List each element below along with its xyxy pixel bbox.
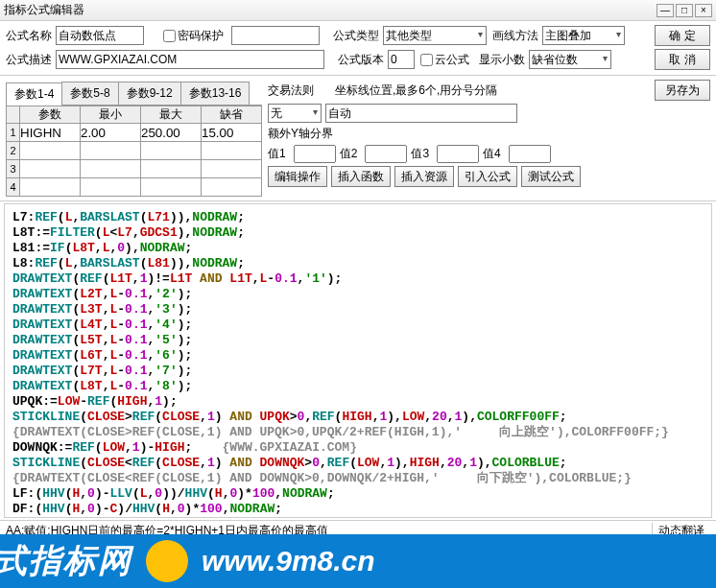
type-select[interactable]: 其他类型 (383, 26, 487, 45)
cell-input[interactable] (81, 124, 140, 141)
password-checkbox[interactable] (163, 30, 176, 42)
ver-label: 公式版本 (338, 52, 384, 68)
banner-zh: 式指标网 (0, 539, 132, 583)
type-label: 公式类型 (333, 28, 379, 44)
val2-input[interactable] (365, 145, 407, 163)
import-formula-button[interactable]: 引入公式 (458, 166, 517, 187)
banner-url: www.9m8.cn (202, 545, 375, 577)
password-input[interactable] (231, 26, 320, 45)
th-param: 参数 (20, 106, 81, 124)
ver-input[interactable] (388, 50, 415, 69)
lower-area: 参数1-4 参数5-8 参数9-12 参数13-16 参数 最小 最大 缺省 1… (0, 76, 716, 201)
table-row: 1 (7, 124, 262, 142)
dec-label: 显示小数 (479, 52, 525, 68)
cell-input[interactable] (141, 142, 201, 159)
cancel-button[interactable]: 取 消 (655, 49, 710, 70)
cell-input[interactable] (81, 178, 140, 196)
param-table: 参数 最小 最大 缺省 1 2 3 4 (6, 106, 262, 197)
val4-input[interactable] (509, 145, 551, 163)
minimize-button[interactable]: — (656, 4, 674, 17)
tab-params-5-8[interactable]: 参数5-8 (61, 82, 118, 105)
left-col: 参数1-4 参数5-8 参数9-12 参数13-16 参数 最小 最大 缺省 1… (6, 80, 262, 197)
insert-res-button[interactable]: 插入资源 (394, 166, 454, 187)
val3-input[interactable] (437, 145, 479, 163)
name-input[interactable] (56, 26, 144, 45)
form-area: 公式名称 密码保护 公式类型 其他类型 画线方法 主图叠加 确 定 公式描述 公… (0, 21, 716, 76)
cell-input[interactable] (141, 178, 201, 196)
table-row: 4 (7, 178, 262, 197)
val3-label: 值3 (411, 146, 429, 162)
saveas-button[interactable]: 另存为 (655, 80, 710, 101)
cell-input[interactable] (81, 142, 140, 159)
cell-input[interactable] (20, 160, 80, 177)
edit-ops-button[interactable]: 编辑操作 (268, 166, 327, 187)
window-buttons: — □ × (656, 4, 712, 17)
insert-func-button[interactable]: 插入函数 (331, 166, 391, 187)
cell-input[interactable] (81, 160, 140, 177)
cell-input[interactable] (202, 160, 261, 177)
cloud-label: 云公式 (435, 52, 469, 68)
window-title: 指标公式编辑器 (4, 2, 656, 18)
desc-label: 公式描述 (6, 52, 52, 68)
cloud-checkbox[interactable] (420, 54, 433, 66)
extra-y-label: 额外Y轴分界 (268, 126, 333, 142)
tab-params-13-16[interactable]: 参数13-16 (180, 82, 251, 105)
cell-input[interactable] (202, 142, 261, 159)
code-editor[interactable]: L7:REF(L,BARSLAST(L71)),NODRAW; L8T:=FIL… (4, 203, 712, 518)
cell-input[interactable] (20, 178, 80, 196)
desc-input[interactable] (56, 50, 324, 69)
coord-label: 坐标线位置,最多6个,用分号分隔 (335, 82, 497, 99)
val2-label: 值2 (340, 146, 358, 162)
test-formula-button[interactable]: 测试公式 (521, 166, 581, 187)
trade-label: 交易法则 (268, 82, 314, 99)
draw-select[interactable]: 主图叠加 (542, 26, 625, 45)
th-max: 最大 (141, 106, 202, 124)
maximize-button[interactable]: □ (676, 4, 693, 17)
val1-input[interactable] (294, 145, 336, 163)
toolbar: 编辑操作 插入函数 插入资源 引入公式 测试公式 (268, 166, 710, 187)
banner: 式指标网 www.9m8.cn (0, 534, 716, 588)
draw-label: 画线方法 (492, 28, 538, 44)
cell-input[interactable] (202, 124, 261, 141)
tab-params-9-12[interactable]: 参数9-12 (118, 82, 181, 105)
banner-logo-icon (146, 540, 188, 582)
val4-label: 值4 (483, 146, 501, 162)
val1-label: 值1 (268, 146, 286, 162)
cell-input[interactable] (141, 124, 201, 141)
table-row: 3 (7, 160, 262, 178)
titlebar: 指标公式编辑器 — □ × (0, 0, 716, 21)
right-col: 交易法则 坐标线位置,最多6个,用分号分隔 另存为 无 额外Y轴分界 值1 值2… (268, 80, 710, 197)
cell-input[interactable] (20, 124, 80, 141)
th-def: 缺省 (202, 106, 262, 124)
cell-input[interactable] (20, 142, 80, 159)
close-button[interactable]: × (695, 4, 712, 17)
param-tabs: 参数1-4 参数5-8 参数9-12 参数13-16 (6, 82, 262, 106)
cell-input[interactable] (202, 178, 261, 196)
password-label: 密码保护 (178, 28, 224, 44)
auto-input[interactable] (325, 104, 517, 123)
tab-params-1-4[interactable]: 参数1-4 (6, 82, 62, 106)
th-min: 最小 (81, 106, 141, 124)
none-select[interactable]: 无 (268, 104, 322, 123)
dec-select[interactable]: 缺省位数 (529, 50, 611, 69)
ok-button[interactable]: 确 定 (655, 25, 710, 46)
cell-input[interactable] (141, 160, 201, 177)
table-row: 2 (7, 142, 262, 160)
name-label: 公式名称 (6, 28, 52, 44)
